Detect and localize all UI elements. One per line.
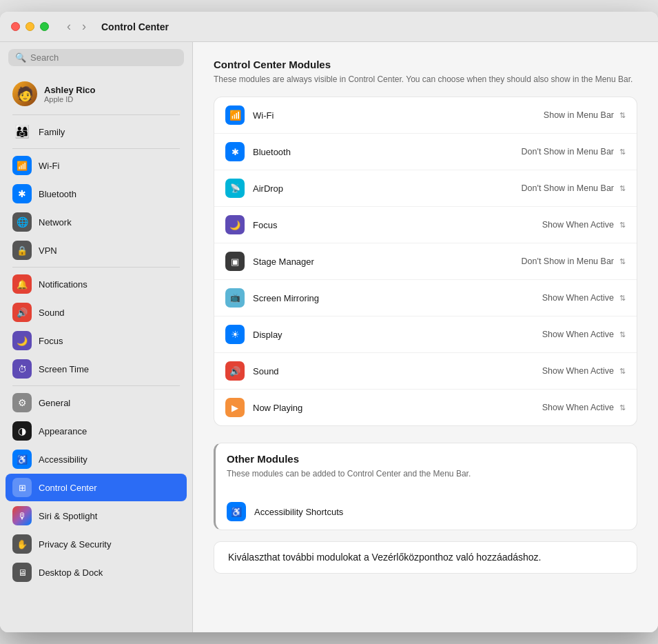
stage-module-name: Stage Manager xyxy=(253,256,513,267)
sidebar-item-desktop[interactable]: 🖥 Desktop & Dock xyxy=(6,559,187,586)
divider4 xyxy=(12,385,180,386)
sidebar-item-controlcenter[interactable]: ⊞ Control Center xyxy=(6,474,187,501)
nav-buttons: ‹ › xyxy=(63,18,90,35)
close-button[interactable] xyxy=(11,22,20,31)
module-row-mirror: 📺 Screen Mirroring Show When Active ⇅ xyxy=(214,280,637,316)
sidebar-item-label: Screen Time xyxy=(39,364,89,374)
sidebar-item-siri[interactable]: 🎙 Siri & Spotlight xyxy=(6,502,187,530)
sidebar: 🔍 🧑 Ashley Rico Apple ID 👨‍👩‍👧 xyxy=(0,42,193,632)
module-row-nowplaying: ▶ Now Playing Show When Active ⇅ xyxy=(214,390,637,425)
stepper-icon: ⇅ xyxy=(619,148,626,157)
stepper-icon: ⇅ xyxy=(619,257,626,266)
sidebar-item-screentime[interactable]: ⏱ Screen Time xyxy=(6,355,187,383)
user-info: Ashley Rico Apple ID xyxy=(44,85,95,103)
screentime-icon: ⏱ xyxy=(12,359,32,379)
tooltip-bar: Kiválaszthat további modulokat a Vezérlő… xyxy=(214,541,637,574)
module-row-focus: 🌙 Focus Show When Active ⇅ xyxy=(214,207,637,243)
sidebar-item-focus[interactable]: 🌙 Focus xyxy=(6,327,187,354)
focus-control[interactable]: Show When Active ⇅ xyxy=(542,220,626,230)
stepper-icon: ⇅ xyxy=(619,184,626,193)
sound-icon: 🔊 xyxy=(12,303,32,322)
module-row-accessibility-shortcuts: ♿ Accessibility Shortcuts xyxy=(216,494,637,530)
airdrop-control[interactable]: Don't Show in Menu Bar ⇅ xyxy=(522,183,626,193)
main-window: ‹ › Control Center 🔍 🧑 Ashley Rico Apple… xyxy=(0,12,658,632)
stepper-icon: ⇅ xyxy=(619,403,626,412)
sidebar-item-accessibility[interactable]: ♿ Accessibility xyxy=(6,445,187,473)
sidebar-item-label: Privacy & Security xyxy=(39,539,111,550)
controlcenter-icon: ⊞ xyxy=(12,478,32,497)
siri-icon: 🎙 xyxy=(12,506,32,525)
sidebar-item-label: Sound xyxy=(39,308,65,318)
sidebar-item-label: Control Center xyxy=(39,483,97,493)
content-area: 🔍 🧑 Ashley Rico Apple ID 👨‍👩‍👧 xyxy=(0,42,658,632)
stage-module-icon: ▣ xyxy=(225,252,245,271)
back-button[interactable]: ‹ xyxy=(63,18,75,35)
search-wrapper[interactable]: 🔍 xyxy=(8,49,184,66)
sidebar-item-notifications[interactable]: 🔔 Notifications xyxy=(6,270,187,298)
other-modules-desc: These modules can be added to Control Ce… xyxy=(227,467,626,480)
accessibility-sidebar-icon: ♿ xyxy=(12,450,32,469)
general-icon: ⚙ xyxy=(12,393,32,412)
sidebar-item-label: Siri & Spotlight xyxy=(39,511,97,521)
control-modules-title: Control Center Modules xyxy=(214,59,637,70)
desktop-icon: 🖥 xyxy=(12,563,32,582)
display-control[interactable]: Show When Active ⇅ xyxy=(542,330,626,339)
other-section-header: Other Modules These modules can be added… xyxy=(216,443,637,494)
sound-control[interactable]: Show When Active ⇅ xyxy=(542,366,626,376)
sound-module-icon: 🔊 xyxy=(225,361,245,381)
notifications-icon: 🔔 xyxy=(12,274,32,294)
sidebar-item-bluetooth[interactable]: ✱ Bluetooth xyxy=(6,180,187,208)
bluetooth-control[interactable]: Don't Show in Menu Bar ⇅ xyxy=(522,147,626,157)
sidebar-item-label: Network xyxy=(39,217,72,228)
stepper-icon: ⇅ xyxy=(619,330,626,339)
sidebar-item-family[interactable]: 👨‍👩‍👧 Family xyxy=(6,118,187,145)
search-bar: 🔍 xyxy=(0,42,192,73)
accessibility-shortcuts-name: Accessibility Shortcuts xyxy=(254,507,626,517)
other-modules: Other Modules These modules can be added… xyxy=(214,443,637,530)
mirror-control[interactable]: Show When Active ⇅ xyxy=(542,293,626,303)
module-row-sound: 🔊 Sound Show When Active ⇅ xyxy=(214,353,637,390)
minimize-button[interactable] xyxy=(25,22,34,31)
sidebar-item-appearance[interactable]: ◑ Appearance xyxy=(6,417,187,445)
sidebar-item-sound[interactable]: 🔊 Sound xyxy=(6,299,187,326)
stepper-icon: ⇅ xyxy=(619,294,626,303)
user-sub: Apple ID xyxy=(44,95,95,103)
sidebar-item-label: Family xyxy=(39,127,65,137)
nowplaying-module-icon: ▶ xyxy=(225,398,245,417)
divider xyxy=(12,114,180,115)
user-section[interactable]: 🧑 Ashley Rico Apple ID xyxy=(6,76,187,112)
sidebar-item-general[interactable]: ⚙ General xyxy=(6,389,187,416)
sidebar-item-label: Focus xyxy=(39,336,63,346)
sidebar-item-label: Wi-Fi xyxy=(39,161,59,171)
module-row-stage: ▣ Stage Manager Don't Show in Menu Bar ⇅ xyxy=(214,243,637,280)
accessibility-shortcuts-icon: ♿ xyxy=(227,502,246,521)
stepper-icon: ⇅ xyxy=(619,111,626,120)
maximize-button[interactable] xyxy=(40,22,49,31)
focus-module-name: Focus xyxy=(253,220,534,230)
other-modules-title: Other Modules xyxy=(227,453,626,465)
sidebar-item-vpn[interactable]: 🔒 VPN xyxy=(6,237,187,264)
vpn-icon: 🔒 xyxy=(12,241,32,260)
tooltip-text: Kiválaszthat további modulokat a Vezérlő… xyxy=(228,552,542,563)
sidebar-item-wifi[interactable]: 📶 Wi-Fi xyxy=(6,152,187,179)
sidebar-item-label: Notifications xyxy=(39,279,88,290)
stepper-icon: ⇅ xyxy=(619,221,626,230)
forward-button[interactable]: › xyxy=(78,18,90,35)
display-module-icon: ☀ xyxy=(225,325,245,344)
wifi-control[interactable]: Show in Menu Bar ⇅ xyxy=(544,110,626,120)
wifi-icon: 📶 xyxy=(12,156,32,175)
avatar: 🧑 xyxy=(12,81,37,106)
module-row-display: ☀ Display Show When Active ⇅ xyxy=(214,316,637,353)
user-name: Ashley Rico xyxy=(44,85,95,95)
sidebar-item-network[interactable]: 🌐 Network xyxy=(6,208,187,236)
bluetooth-icon: ✱ xyxy=(12,184,32,203)
search-input[interactable] xyxy=(30,52,177,63)
network-icon: 🌐 xyxy=(12,212,32,232)
control-modules-list: 📶 Wi-Fi Show in Menu Bar ⇅ ✱ Bluetooth D… xyxy=(214,97,637,426)
nowplaying-control[interactable]: Show When Active ⇅ xyxy=(542,403,626,412)
wifi-module-name: Wi-Fi xyxy=(253,110,535,121)
sidebar-item-privacy[interactable]: ✋ Privacy & Security xyxy=(6,530,187,558)
stage-control[interactable]: Don't Show in Menu Bar ⇅ xyxy=(522,256,626,266)
sidebar-item-label: Bluetooth xyxy=(39,189,76,199)
focus-sidebar-icon: 🌙 xyxy=(12,331,32,350)
